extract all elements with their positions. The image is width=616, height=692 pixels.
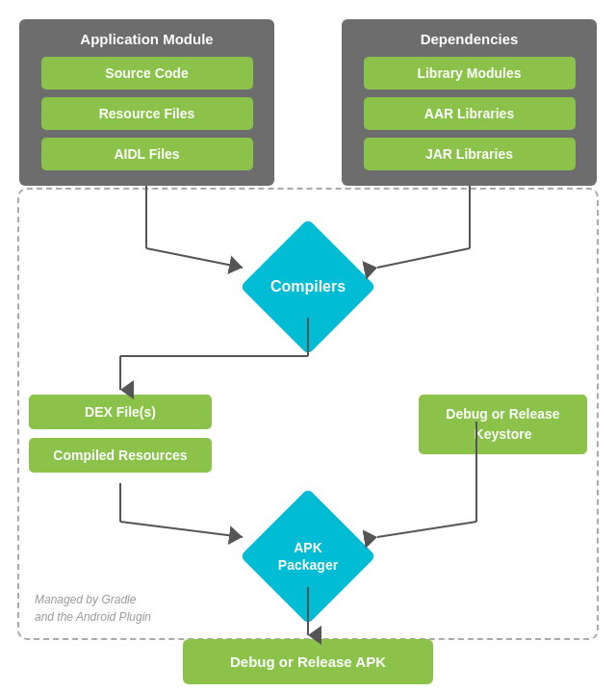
gradle-note: Managed by Gradle and the Android Plugin [35,591,151,626]
jar-libraries-btn: JAR Libraries [364,138,576,170]
compilers-label: Compilers [270,278,346,295]
aar-libraries-btn: AAR Libraries [364,97,576,130]
source-code-btn: Source Code [41,57,253,90]
keystore-btn: Debug or Release Keystore [419,395,587,454]
dependencies-box: Dependencies Library Modules AAR Librari… [342,19,597,186]
app-module-box: Application Module Source Code Resource … [19,19,274,186]
dex-files-btn: DEX File(s) [29,395,212,429]
app-module-title: Application Module [80,31,213,47]
library-modules-btn: Library Modules [364,57,576,90]
apk-packager-label: APK Packager [265,538,351,573]
diagram-container: Application Module Source Code Resource … [10,10,606,683]
compiled-resources-btn: Compiled Resources [29,438,212,473]
resource-files-btn: Resource Files [41,97,253,130]
aidl-files-btn: AIDL Files [41,138,253,170]
apk-packager-diamond-wrapper: APK Packager [241,489,375,624]
compilers-diamond-wrapper: Compilers [241,219,375,354]
output-apk-btn: Debug or Release APK [183,639,433,684]
dependencies-title: Dependencies [421,31,519,47]
